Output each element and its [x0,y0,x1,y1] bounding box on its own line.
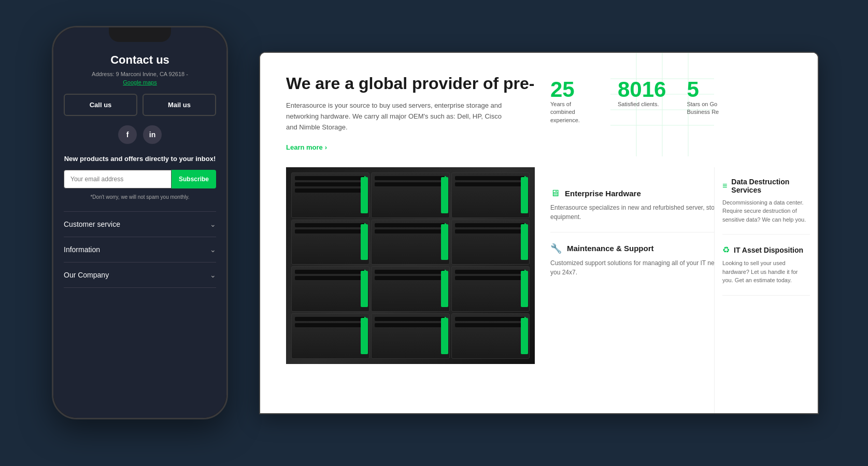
hero-left: We are a global provider of pre- Enteras… [286,74,535,152]
stat-number-stars: 5 [687,79,733,100]
chevron-right-icon: › [325,143,327,151]
server-slot [375,223,446,227]
it-asset-icon: ♻ [722,245,730,255]
server-handle [441,224,448,260]
server-slot [455,229,526,234]
server-unit-4 [291,220,369,265]
server-slot [375,182,446,186]
stat-stars: 5 Stars on Go Business Re [687,79,733,116]
data-destruction-desc: Decommissioning a data center. Require s… [722,198,810,224]
server-handle [441,177,448,213]
spam-note: *Don't worry, we will not spam you month… [64,194,216,201]
chevron-down-icon-information: ⌄ [210,245,216,254]
accordion-customer-service[interactable]: Customer service ⌄ [64,212,216,237]
chevron-down-icon-company: ⌄ [210,271,216,279]
server-slot [375,229,446,234]
accordion-header[interactable]: Customer service ⌄ [64,220,216,228]
contact-title: Contact us [64,53,216,67]
server-slot [295,270,366,274]
phone-content: Contact us Address: 9 Marconi Irvine, CA… [53,46,226,400]
it-asset-title: IT Asset Disposition [734,246,803,254]
subscribe-button[interactable]: Subscribe [172,170,216,188]
scene: Contact us Address: 9 Marconi Irvine, CA… [0,0,868,466]
server-unit-5 [371,220,449,265]
accordion-header-information[interactable]: Information ⌄ [64,245,216,254]
stat-label-years: Years of combined experience. [550,100,597,124]
contact-buttons: Call us Mail us [64,94,216,116]
stat-years: 25 Years of combined experience. [550,79,597,124]
accordion-our-company[interactable]: Our Company ⌄ [64,263,216,288]
learn-more-link[interactable]: Learn more › [286,143,327,151]
it-asset-header: ♻ IT Asset Disposition [722,245,810,255]
hero-stats: 25 Years of combined experience. 8016 Sa… [550,74,792,152]
server-slot [375,323,446,327]
server-unit-7 [291,266,369,312]
stat-label-stars: Stars on Go Business Re [687,100,733,116]
server-handle [361,271,368,307]
stat-number-clients: 8016 [618,79,666,100]
server-handle [521,177,528,213]
google-maps-link[interactable]: Google maps [64,79,216,85]
social-icons: f in [64,125,216,144]
accordion-label: Customer service [64,220,120,228]
server-unit-8 [371,266,449,312]
server-image [286,167,535,364]
server-handle [521,271,528,307]
data-destruction-icon: ≡ [722,181,727,191]
server-slot [295,176,366,180]
server-slot [455,270,526,274]
server-slot [295,276,366,280]
server-slot [295,317,366,321]
facebook-icon[interactable]: f [118,125,137,144]
server-slot [375,176,446,180]
phone-screen: Contact us Address: 9 Marconi Irvine, CA… [53,27,226,418]
phone-notch [109,27,171,42]
server-unit-1 [291,172,369,218]
stat-clients: 8016 Satisfied clients. [618,79,666,108]
monitor-icon: 🖥 [550,188,560,199]
stat-number-years: 25 [550,79,597,100]
main-content: 🖥 Enterprise Hardware Enterasource speci… [260,167,818,413]
chevron-down-icon: ⌄ [210,220,216,228]
linkedin-icon[interactable]: in [143,125,162,144]
server-slot [295,182,366,186]
accordion-header-company[interactable]: Our Company ⌄ [64,271,216,279]
server-handle [441,271,448,307]
call-us-button[interactable]: Call us [64,94,137,116]
data-destruction-header: ≡ Data Destruction Services [722,178,810,194]
phone-mockup: Contact us Address: 9 Marconi Irvine, CA… [52,26,228,430]
email-input[interactable] [64,170,172,188]
hero-description: Enterasource is your source to buy used … [286,100,514,133]
server-slot [295,229,366,234]
email-row: Subscribe [64,170,216,188]
hero-title: We are a global provider of pre- [286,74,535,93]
wrench-icon: 🔧 [550,243,562,254]
server-unit-11 [371,313,449,359]
server-handle [361,318,368,354]
server-slot [295,223,366,227]
newsletter-title: New products and offers directly to your… [64,154,216,164]
server-slot [455,182,526,186]
server-slot [455,276,526,280]
server-unit-12 [451,313,530,359]
data-destruction-title: Data Destruction Services [731,178,810,194]
server-slot [455,223,526,227]
server-unit-10 [291,313,369,359]
server-unit-9 [451,266,530,312]
hero-section: We are a global provider of pre- Enteras… [260,53,818,167]
server-unit-3 [451,172,530,218]
mail-us-button[interactable]: Mail us [143,94,216,116]
phone-frame: Contact us Address: 9 Marconi Irvine, CA… [52,26,228,419]
server-handle [521,318,528,354]
server-unit-6 [451,220,530,265]
server-slot [375,276,446,280]
contact-address: Address: 9 Marconi Irvine, CA 92618 - [64,71,216,77]
enterprise-hardware-title: Enterprise Hardware [565,189,641,198]
server-slot [455,176,526,180]
right-service-it-asset: ♻ IT Asset Disposition Looking to sell y… [722,245,810,296]
server-slot [455,323,526,327]
it-asset-desc: Looking to sell your used hardware? Let … [722,259,810,285]
server-slot [375,317,446,321]
maintenance-title: Maintenance & Support [567,244,654,253]
accordion-information[interactable]: Information ⌄ [64,237,216,263]
